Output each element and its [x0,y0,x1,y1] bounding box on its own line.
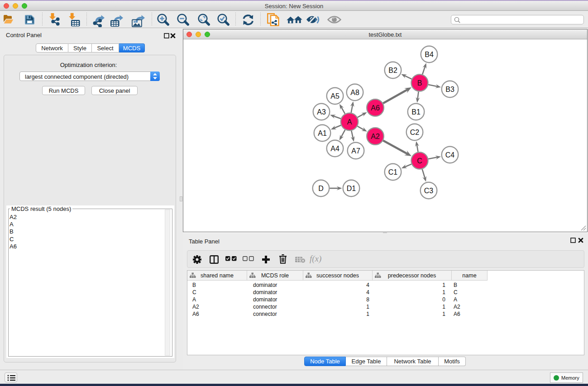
svg-text:B: B [417,79,422,87]
svg-text:A5: A5 [330,92,339,100]
svg-text:A3: A3 [317,108,326,116]
svg-text:C2: C2 [410,129,420,136]
svg-text:A6: A6 [371,104,380,112]
svg-text:B3: B3 [445,86,454,93]
svg-text:B2: B2 [388,67,397,74]
svg-text:D: D [318,185,324,192]
svg-text:A1: A1 [318,129,327,137]
svg-text:A: A [347,118,352,126]
svg-text:B4: B4 [425,51,434,58]
svg-text:A7: A7 [351,147,360,155]
svg-text:D1: D1 [347,185,356,192]
svg-text:A8: A8 [350,89,359,96]
svg-text:C3: C3 [424,187,434,195]
svg-text:A4: A4 [330,145,339,152]
svg-text:C: C [417,157,422,165]
svg-text:A2: A2 [371,133,380,140]
svg-text:C1: C1 [388,168,398,176]
svg-text:B1: B1 [411,108,421,116]
svg-text:C4: C4 [445,151,455,159]
